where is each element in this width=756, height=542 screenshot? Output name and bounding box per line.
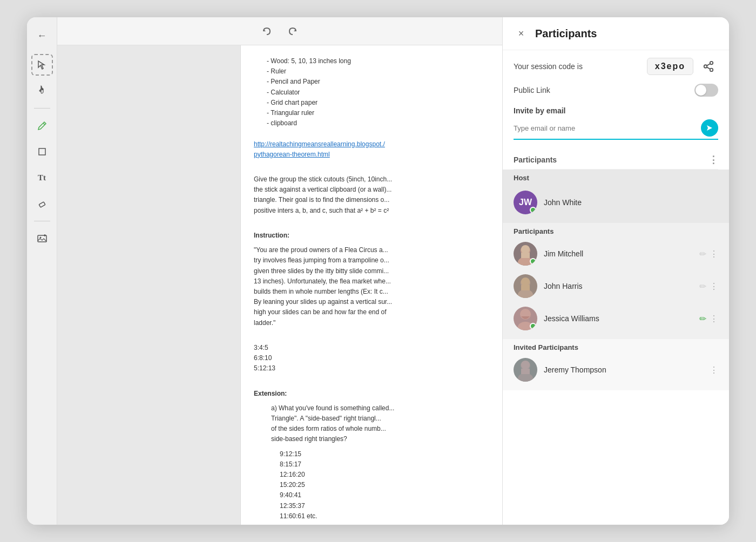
session-code-row: Your session code is x3epo [514, 57, 718, 76]
participant-more-button[interactable]: ⋮ [710, 314, 718, 324]
main-content: Wood: 5, 10, 13 inches long Ruler Pencil… [57, 17, 502, 525]
online-indicator [530, 258, 536, 265]
participant-row: John Harris ✏ ⋮ [514, 270, 718, 302]
participants-section-header: Participants ⋮ [514, 148, 718, 170]
invite-label: Invite by email [514, 106, 718, 115]
svg-marker-0 [38, 61, 44, 69]
participant-actions: ✏ ⋮ [699, 314, 718, 324]
participant-actions: ✏ ⋮ [699, 281, 718, 292]
participants-list-label: Participants [514, 227, 718, 235]
list-item: Pencil and Paper [267, 77, 489, 87]
doc-left-panel [57, 45, 241, 525]
svg-rect-1 [39, 148, 45, 155]
participants-more-button[interactable]: ⋮ [708, 154, 718, 166]
list-item: clipboard [267, 118, 489, 128]
svg-rect-2 [39, 202, 45, 207]
svg-line-19 [707, 67, 710, 69]
invite-input[interactable] [514, 122, 701, 134]
invite-row [514, 119, 718, 140]
svg-point-33 [518, 373, 533, 382]
invited-avatar [514, 358, 537, 382]
participant-avatar [514, 274, 537, 298]
pen-tool[interactable] [31, 115, 53, 137]
doc-link[interactable]: http://realtachingmeansreallearning.blog… [254, 139, 489, 160]
participant-name: John Harris [544, 282, 693, 290]
list-item: Calculator [267, 87, 489, 98]
svg-point-16 [710, 62, 713, 65]
text-tool[interactable]: Tt [31, 167, 53, 188]
app-container: ← Tt [27, 17, 729, 525]
participant-name: Jessica Williams [544, 314, 693, 323]
toolbar: ← Tt [27, 17, 57, 525]
participant-avatar [514, 242, 537, 266]
invited-name: Jeremy Thompson [544, 365, 703, 374]
session-code-box: x3epo [647, 58, 693, 75]
online-indicator [530, 323, 536, 329]
invited-row: Jeremy Thompson ⋮ [514, 354, 718, 386]
public-link-row: Public Link [514, 84, 718, 97]
host-initials: JW [519, 198, 532, 207]
extension-title: Extension: [254, 389, 489, 399]
svg-rect-35 [521, 369, 530, 374]
close-panel-button[interactable]: × [514, 26, 529, 41]
list-item: Ruler [267, 66, 489, 77]
svg-point-24 [521, 245, 530, 254]
edit-permission-icon[interactable]: ✏ [699, 281, 706, 292]
panel-body: Your session code is x3epo Public Link [503, 50, 729, 525]
public-link-label: Public Link [514, 86, 688, 94]
hand-tool[interactable] [31, 80, 53, 101]
invite-send-button[interactable] [701, 119, 718, 137]
public-link-toggle[interactable] [694, 84, 718, 97]
edit-permission-icon[interactable]: ✏ [699, 314, 706, 324]
top-bar [57, 17, 502, 45]
image-tool[interactable] [31, 228, 53, 249]
online-indicator [530, 207, 536, 213]
undo-button[interactable] [258, 23, 275, 40]
svg-rect-29 [521, 285, 530, 290]
materials-list: Wood: 5, 10, 13 inches long Ruler Pencil… [254, 56, 489, 128]
redo-button[interactable] [284, 23, 301, 40]
back-button[interactable]: ← [32, 26, 52, 45]
extension-body: a) What you've found is something called… [254, 403, 489, 525]
invited-section: Invited Participants Jeremy Thompson ⋮ [503, 339, 729, 390]
participant-row: Jessica Williams ✏ ⋮ [514, 302, 718, 335]
edit-permission-icon[interactable]: ✏ [699, 249, 706, 259]
separator [34, 108, 50, 109]
invited-label: Invited Participants [514, 343, 718, 351]
list-item: Triangular ruler [267, 108, 489, 118]
svg-point-4 [39, 237, 41, 239]
instruction-text: "You are the proud owners of a Flea Circ… [254, 245, 489, 328]
eraser-tool[interactable] [31, 193, 53, 214]
svg-point-17 [704, 65, 707, 68]
doc-area: Wood: 5, 10, 13 inches long Ruler Pencil… [57, 45, 502, 525]
host-avatar: JW [514, 191, 537, 214]
invited-actions: ⋮ [710, 365, 718, 375]
host-row: JW John White [514, 186, 718, 219]
participant-actions: ✏ ⋮ [699, 249, 718, 259]
doc-body: Give the group the stick cutouts (5inch,… [254, 174, 489, 216]
participant-more-button[interactable]: ⋮ [710, 249, 718, 259]
svg-point-34 [521, 361, 530, 369]
list-item: Wood: 5, 10, 13 inches long [267, 56, 489, 66]
doc-main[interactable]: Wood: 5, 10, 13 inches long Ruler Pencil… [241, 45, 502, 525]
participant-more-button[interactable]: ⋮ [710, 281, 718, 292]
svg-line-20 [707, 64, 710, 66]
separator2 [34, 221, 50, 221]
invited-more-button[interactable]: ⋮ [710, 365, 718, 375]
participant-name: Jim Mitchell [544, 249, 693, 258]
participants-header-label: Participants [514, 155, 557, 164]
panel-header: × Participants [503, 17, 729, 50]
toggle-knob [696, 85, 706, 96]
svg-rect-25 [521, 253, 530, 258]
participants-panel: × Participants Your session code is x3ep… [502, 17, 729, 525]
shape-tool[interactable] [31, 141, 53, 162]
list-item: Grid chart paper [267, 98, 489, 108]
participant-row: Jim Mitchell ✏ ⋮ [514, 238, 718, 270]
participants-list-section: Participants Jim Mitchell ✏ [503, 223, 729, 339]
participant-avatar [514, 307, 537, 330]
select-tool[interactable] [31, 54, 53, 76]
svg-marker-21 [707, 125, 712, 131]
panel-title: Participants [535, 28, 597, 40]
share-button[interactable] [699, 57, 718, 76]
host-section: Host JW John White [503, 170, 729, 223]
